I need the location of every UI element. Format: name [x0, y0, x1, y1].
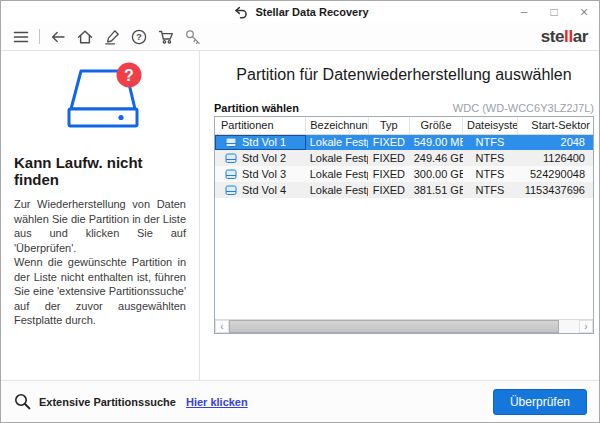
- table-row-std-vol-3[interactable]: Std Vol 3 Lokale Festpla... FIXED 300.00…: [215, 166, 593, 182]
- sidebar-heading: Kann Laufw. nicht finden: [14, 154, 186, 188]
- table-row-std-vol-1[interactable]: Std Vol 1 Lokale Festpla... FIXED 549.00…: [215, 134, 593, 150]
- window-title: Stellar Data Recovery: [255, 6, 368, 18]
- verify-button[interactable]: Überprüfen: [493, 389, 587, 415]
- home-icon[interactable]: [76, 28, 94, 46]
- minimize-button[interactable]: –: [509, 1, 539, 23]
- footer-bar: Extensive Partitionssuche Hier klicken Ü…: [1, 380, 599, 422]
- sidebar-paragraph-1: Zur Wiederherstellung von Daten wählen S…: [14, 197, 186, 255]
- partition-icon: [225, 185, 237, 196]
- cart-icon[interactable]: [157, 28, 175, 46]
- content-area: ? Kann Laufw. nicht finden Zur Wiederher…: [1, 51, 599, 380]
- undo-arrow-icon: [231, 3, 249, 21]
- column-header-groesse[interactable]: Größe: [410, 117, 463, 134]
- table-header-row: Partitionen Bezeichnung Typ Größe Dateis…: [215, 117, 593, 134]
- table-row-std-vol-2[interactable]: Std Vol 2 Lokale Festpla... FIXED 249.46…: [215, 150, 593, 166]
- scroll-right-arrow[interactable]: ›: [579, 320, 593, 333]
- partition-icon: [225, 169, 237, 180]
- svg-text:?: ?: [136, 31, 142, 42]
- close-button[interactable]: ×: [569, 1, 599, 23]
- partition-table: Partitionen Bezeichnung Typ Größe Dateis…: [214, 116, 594, 334]
- stellar-logo: stellar: [541, 28, 588, 45]
- toolbar: ? stellar: [1, 23, 599, 51]
- partition-icon: [225, 153, 237, 164]
- click-here-link[interactable]: Hier klicken: [186, 396, 248, 408]
- horizontal-scrollbar[interactable]: ‹ ›: [215, 319, 593, 333]
- scroll-left-arrow[interactable]: ‹: [215, 320, 229, 333]
- back-arrow-icon[interactable]: [49, 28, 67, 46]
- page-title: Partition für Datenwiederherstellung aus…: [214, 66, 594, 84]
- svg-text:?: ?: [124, 67, 134, 84]
- column-header-partitionen[interactable]: Partitionen: [215, 117, 306, 134]
- sidebar: ? Kann Laufw. nicht finden Zur Wiederher…: [1, 51, 200, 380]
- main-panel: Partition für Datenwiederherstellung aus…: [200, 51, 599, 380]
- titlebar: Stellar Data Recovery – □ ×: [1, 1, 599, 23]
- partition-icon: [225, 137, 237, 148]
- question-badge: ?: [117, 63, 142, 88]
- column-header-dateisystem[interactable]: Dateisystem: [463, 117, 518, 134]
- help-icon[interactable]: ?: [130, 28, 148, 46]
- search-icon: [13, 393, 31, 411]
- table-row-std-vol-4[interactable]: Std Vol 4 Lokale Festpla... FIXED 381.51…: [215, 182, 593, 198]
- scrollbar-thumb[interactable]: [229, 320, 559, 333]
- column-header-start-sektor[interactable]: Start-Sektor: [517, 117, 593, 134]
- extensive-search-label: Extensive Partitionssuche: [39, 396, 176, 408]
- table-label: Partition wählen: [214, 102, 299, 114]
- column-header-typ[interactable]: Typ: [368, 117, 410, 134]
- pen-icon[interactable]: [103, 28, 121, 46]
- key-icon[interactable]: [184, 28, 202, 46]
- device-label: WDC (WD-WCC6Y3LZ2J7L): [453, 102, 594, 114]
- column-header-bezeichnung[interactable]: Bezeichnung: [306, 117, 368, 134]
- table-empty-area: [215, 198, 593, 319]
- menu-icon[interactable]: [12, 28, 30, 46]
- toolbar-separator: [39, 29, 40, 44]
- drive-not-found-illustration: ?: [50, 61, 150, 139]
- sidebar-paragraph-2: Wenn die gewünschte Partition in der Lis…: [14, 255, 186, 328]
- maximize-button[interactable]: □: [539, 1, 569, 23]
- app-window: Stellar Data Recovery – □ ×: [0, 0, 600, 423]
